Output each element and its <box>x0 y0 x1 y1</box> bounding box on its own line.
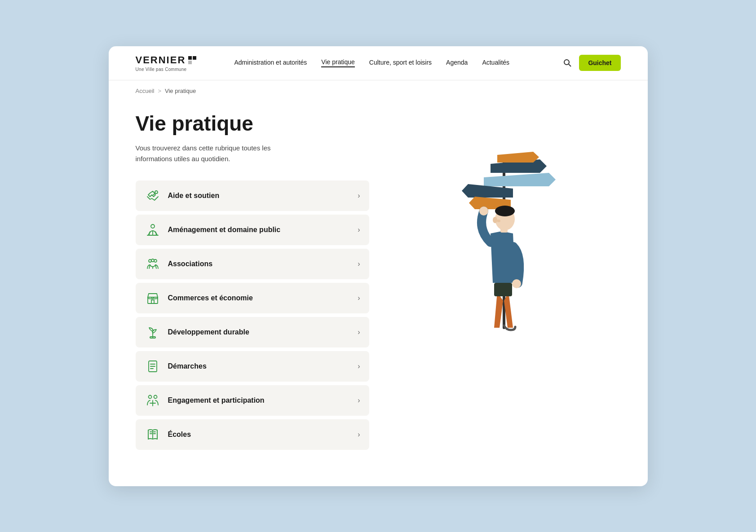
menu-label-engagement: Engagement et participation <box>168 396 351 404</box>
menu-label-aide: Aide et soutien <box>168 192 351 200</box>
menu-item-developpement[interactable]: Développement durable › <box>136 317 369 347</box>
logo-text: VERNIER <box>136 54 208 66</box>
menu-label-demarches: Démarches <box>168 362 351 370</box>
nav-culture[interactable]: Culture, sport et loisirs <box>369 59 432 67</box>
svg-marker-30 <box>494 292 503 328</box>
content-left: Vie pratique Vous trouverez dans cette r… <box>136 112 369 450</box>
browser-window: VERNIER Une Ville pas Commune Administra… <box>109 46 648 486</box>
menu-item-demarches[interactable]: Démarches › <box>136 351 369 382</box>
chevron-icon-developpement: › <box>358 328 360 336</box>
svg-point-7 <box>149 259 151 262</box>
logo-name: VERNIER <box>136 54 186 66</box>
svg-point-40 <box>497 220 500 222</box>
svg-line-4 <box>569 64 571 66</box>
book-icon <box>145 426 161 443</box>
svg-marker-33 <box>491 231 515 283</box>
search-button[interactable] <box>563 58 572 67</box>
menu-label-commerces: Commerces et économie <box>168 294 351 302</box>
illustration <box>419 121 589 355</box>
menu-item-amenagement[interactable]: Aménagement et domaine public › <box>136 215 369 245</box>
main-content: Vie pratique Vous trouverez dans cette r… <box>109 101 648 477</box>
svg-rect-2 <box>188 61 192 64</box>
chevron-icon-ecoles: › <box>358 431 360 439</box>
chevron-icon-commerces: › <box>358 294 360 302</box>
menu-label-associations: Associations <box>168 260 351 268</box>
svg-point-3 <box>564 60 569 65</box>
svg-rect-32 <box>494 283 512 296</box>
nav-actualites[interactable]: Actualités <box>482 59 509 67</box>
menu-item-associations[interactable]: Associations › <box>136 249 369 279</box>
menu-item-ecoles[interactable]: Écoles › <box>136 419 369 450</box>
header: VERNIER Une Ville pas Commune Administra… <box>109 46 648 80</box>
people-group-icon <box>145 256 161 272</box>
handshake-icon <box>145 188 161 204</box>
person-location-icon <box>145 222 161 238</box>
breadcrumb-current: Vie pratique <box>165 88 196 94</box>
breadcrumb-separator: > <box>158 88 161 94</box>
svg-point-9 <box>151 259 154 262</box>
logo: VERNIER Une Ville pas Commune <box>136 54 208 72</box>
page-description: Vous trouverez dans cette rubrique toute… <box>136 143 297 164</box>
menu-item-commerces[interactable]: Commerces et économie › <box>136 283 369 313</box>
chevron-icon-demarches: › <box>358 362 360 370</box>
svg-point-20 <box>154 396 157 399</box>
svg-point-34 <box>479 207 488 215</box>
svg-marker-27 <box>484 173 556 186</box>
svg-point-8 <box>154 259 157 262</box>
chevron-icon-aide: › <box>358 192 360 200</box>
logo-tagline: Une Ville pas Commune <box>136 67 208 72</box>
menu-label-ecoles: Écoles <box>168 431 351 439</box>
svg-marker-26 <box>497 152 539 163</box>
svg-point-5 <box>155 191 158 193</box>
nav-vie-pratique[interactable]: Vie pratique <box>321 58 354 67</box>
nav-right: Guichet <box>563 55 620 71</box>
menu-label-developpement: Développement durable <box>168 328 351 336</box>
menu-item-aide[interactable]: Aide et soutien › <box>136 180 369 211</box>
guichet-button[interactable]: Guichet <box>579 55 620 71</box>
plant-icon <box>145 324 161 340</box>
svg-point-38 <box>495 206 515 216</box>
logo-icon <box>187 55 197 65</box>
svg-point-35 <box>512 279 521 288</box>
svg-rect-0 <box>188 56 192 60</box>
svg-rect-1 <box>193 56 196 60</box>
menu-list: Aide et soutien › Aménagement <box>136 180 369 450</box>
chevron-icon-engagement: › <box>358 396 360 404</box>
store-icon <box>145 290 161 306</box>
document-icon <box>145 358 161 374</box>
chevron-icon-associations: › <box>358 260 360 268</box>
search-icon <box>563 58 572 67</box>
breadcrumb-home[interactable]: Accueil <box>136 88 155 94</box>
engagement-icon <box>145 392 161 409</box>
svg-point-19 <box>148 396 151 399</box>
page-title: Vie pratique <box>136 112 369 135</box>
svg-point-6 <box>151 224 155 228</box>
nav-agenda[interactable]: Agenda <box>446 59 468 67</box>
breadcrumb: Accueil > Vie pratique <box>109 80 648 101</box>
main-nav: Administration et autorités Vie pratique… <box>234 58 563 67</box>
illustration-svg <box>419 121 589 355</box>
menu-item-engagement[interactable]: Engagement et participation › <box>136 385 369 416</box>
nav-administration[interactable]: Administration et autorités <box>234 59 307 67</box>
svg-point-39 <box>493 217 497 223</box>
svg-rect-10 <box>148 297 158 303</box>
content-right <box>387 112 621 450</box>
chevron-icon-amenagement: › <box>358 226 360 234</box>
menu-label-amenagement: Aménagement et domaine public <box>168 226 351 234</box>
svg-rect-11 <box>151 300 154 303</box>
